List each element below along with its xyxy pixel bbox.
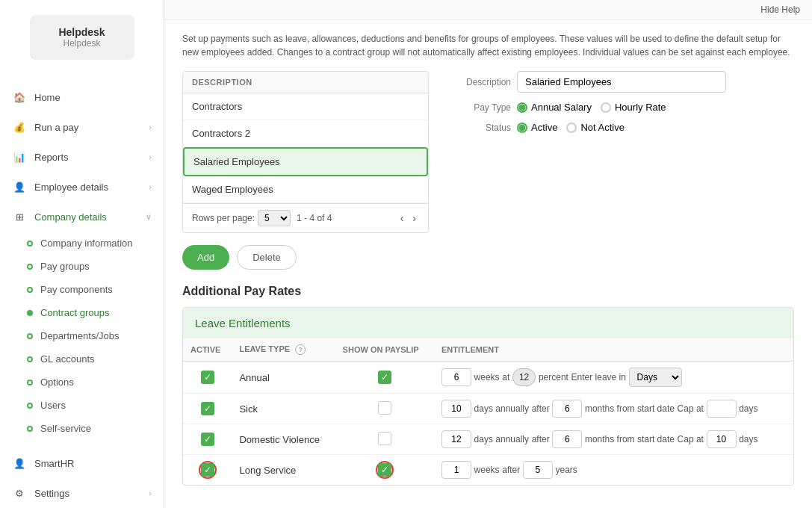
prev-page-button[interactable]: ‹ (397, 211, 407, 226)
leave-type-cell-annual: Annual (232, 362, 335, 394)
smarthr-label: SmartHR (34, 458, 152, 469)
entitlement-cell-sick: days annually after months from start da… (434, 394, 793, 424)
sidebar-item-run-a-pay[interactable]: 💰 Run a pay › (0, 112, 164, 142)
description-row: Description (444, 71, 794, 93)
sidebar-sub-pay-components[interactable]: Pay components (0, 278, 164, 301)
run-a-pay-label: Run a pay (34, 122, 149, 133)
leave-type-help-icon[interactable]: ? (295, 344, 306, 355)
active-checkbox-ls[interactable]: ✓ (201, 463, 214, 477)
sidebar-item-reports[interactable]: 📊 Reports › (0, 142, 164, 172)
sidebar-item-settings[interactable]: ⚙ Settings › (0, 478, 164, 508)
not-active-radio-indicator (566, 123, 577, 133)
cap-value-sick[interactable] (707, 400, 737, 418)
table-row-selected[interactable]: Salaried Employees (183, 147, 428, 176)
active-checkbox-dv[interactable]: ✓ (201, 433, 214, 446)
show-payslip-cell-ls: ✓ (335, 455, 434, 486)
show-payslip-cell-dv (335, 424, 434, 455)
sub-dot-pay-groups (27, 264, 33, 270)
not-active-radio[interactable]: Not Active (566, 122, 625, 133)
description-input[interactable] (517, 71, 726, 93)
show-payslip-checkbox-ls[interactable]: ✓ (378, 463, 391, 477)
logo-subtitle: Helpdesk (41, 38, 123, 49)
employee-icon: 👤 (12, 179, 27, 194)
entitlement-value-ls[interactable] (441, 461, 471, 479)
add-button[interactable]: Add (182, 245, 229, 270)
hourly-rate-label: Hourly Rate (615, 102, 666, 113)
sub-dot-self-service (27, 426, 33, 432)
leave-entitlements-section: Leave Entitlements ACTIVE LEAVE TYPE ? S… (182, 307, 794, 486)
pay-type-label: Pay Type (444, 102, 511, 113)
reports-label: Reports (34, 152, 149, 163)
hourly-rate-radio[interactable]: Hourly Rate (601, 102, 666, 113)
leave-table-header-row: ACTIVE LEAVE TYPE ? SHOW ON PAYSLIP ENTI… (183, 338, 793, 362)
reports-icon: 📊 (12, 149, 27, 164)
rate-value-sick[interactable] (552, 400, 582, 418)
rate-value-dv[interactable] (552, 430, 582, 448)
rows-per-page-select[interactable]: 5 10 25 (258, 210, 291, 226)
show-payslip-cell-annual: ✓ (335, 362, 434, 394)
active-checkbox-ls-circled[interactable]: ✓ (199, 461, 217, 479)
annual-salary-label: Annual Salary (531, 102, 592, 113)
leave-type-cell-dv: Domestic Violence (232, 424, 335, 455)
show-payslip-cell-sick (335, 394, 434, 424)
settings-label: Settings (34, 488, 149, 499)
sidebar-logo-area: Helpdesk Helpdesk (0, 0, 164, 75)
company-arrow: ∨ (146, 212, 152, 222)
rate-value-annual[interactable]: 12 (512, 368, 536, 386)
table-row[interactable]: Contractors (183, 93, 428, 120)
rate-value-ls[interactable] (523, 461, 553, 479)
active-checkbox-sick[interactable]: ✓ (201, 402, 214, 415)
sub-dot-pay-components (27, 287, 33, 293)
not-active-label: Not Active (580, 122, 625, 133)
entitlement-value-sick[interactable] (441, 400, 471, 418)
table-form-section: DESCRIPTION Contractors Contractors 2 Sa… (182, 71, 794, 233)
show-payslip-checkbox-sick[interactable] (378, 401, 391, 415)
active-radio[interactable]: Active (517, 122, 557, 133)
description-label: Description (444, 77, 511, 87)
sidebar-sub-company-information[interactable]: Company information (0, 232, 164, 255)
leave-row-annual: ✓ Annual ✓ weeks at 12 (183, 362, 793, 394)
run-a-pay-arrow: › (149, 123, 152, 131)
delete-button[interactable]: Delete (237, 245, 297, 270)
sidebar-sub-departments-jobs[interactable]: Departments/Jobs (0, 324, 164, 347)
active-cell-annual: ✓ (183, 362, 232, 394)
options-label: Options (40, 377, 74, 388)
annual-salary-radio[interactable]: Annual Salary (517, 102, 592, 113)
sidebar-item-smarthr[interactable]: 👤 SmartHR (0, 448, 164, 478)
sidebar-sub-pay-groups[interactable]: Pay groups (0, 255, 164, 278)
sidebar-item-company-details[interactable]: ⊞ Company details ∨ (0, 202, 164, 232)
entitlement-cell-ls: weeks after years (434, 455, 793, 486)
show-payslip-checkbox-ls-circled[interactable]: ✓ (376, 461, 394, 479)
main-area: Hide Help Set up payments such as leave,… (164, 0, 812, 508)
home-label: Home (34, 92, 152, 103)
sub-dot-departments (27, 333, 33, 339)
sidebar-sub-self-service[interactable]: Self-service (0, 417, 164, 440)
pagination-nav: ‹ › (397, 211, 419, 226)
sidebar-item-home[interactable]: 🏠 Home (0, 82, 164, 112)
active-checkbox-annual[interactable]: ✓ (201, 371, 214, 384)
employee-label: Employee details (34, 182, 149, 193)
th-leave-type: LEAVE TYPE ? (232, 338, 335, 362)
th-entitlement: ENTITLEMENT (434, 338, 793, 362)
next-page-button[interactable]: › (409, 211, 419, 226)
sidebar-sub-contract-groups[interactable]: Contract groups (0, 301, 164, 324)
table-row[interactable]: Waged Employees (183, 176, 428, 203)
cap-value-dv[interactable] (707, 430, 737, 448)
hide-help-link[interactable]: Hide Help (760, 4, 800, 15)
table-row[interactable]: Contractors 2 (183, 120, 428, 147)
entitlement-value-dv[interactable] (441, 430, 471, 448)
entitlement-value-annual[interactable] (441, 368, 471, 386)
sidebar-item-employee-details[interactable]: 👤 Employee details › (0, 172, 164, 202)
users-label: Users (40, 400, 66, 411)
company-label: Company details (34, 211, 146, 223)
sub-dot-users (27, 403, 33, 409)
annual-salary-radio-indicator (517, 102, 527, 113)
sub-dot-options (27, 380, 33, 385)
sidebar-sub-options[interactable]: Options (0, 371, 164, 394)
sidebar-sub-gl-accounts[interactable]: GL accounts (0, 347, 164, 371)
sidebar-sub-users[interactable]: Users (0, 394, 164, 417)
show-payslip-checkbox-dv[interactable] (378, 432, 391, 445)
show-payslip-checkbox-annual[interactable]: ✓ (378, 371, 391, 384)
enter-leave-in-select[interactable]: Days Weeks (629, 368, 682, 387)
help-bar: Hide Help (164, 0, 812, 20)
